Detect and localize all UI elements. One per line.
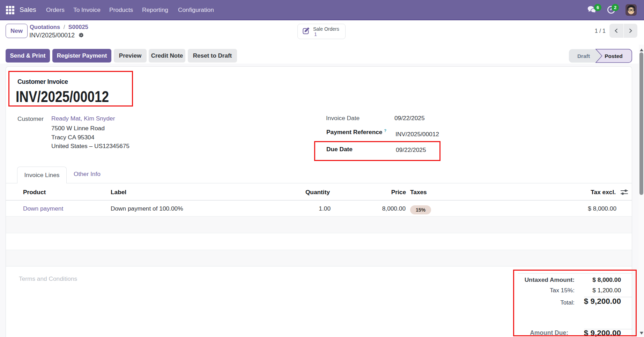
svg-text:Draft: Draft [577,53,590,59]
svg-text:Posted: Posted [605,53,623,59]
